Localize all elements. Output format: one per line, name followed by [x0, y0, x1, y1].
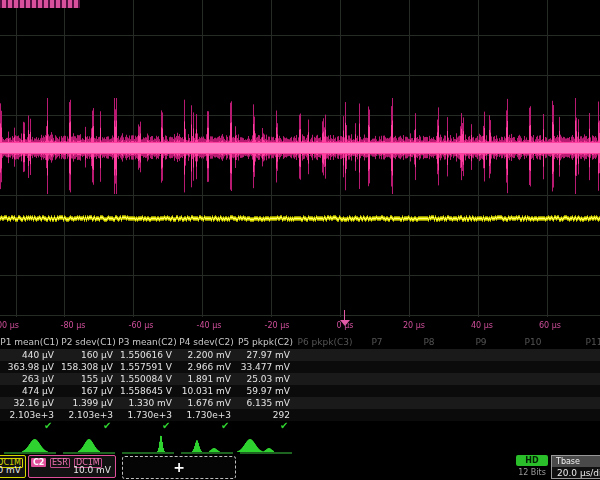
measure-header-inactive-p9[interactable]: P9 — [475, 336, 486, 349]
measure-header-inactive-p7[interactable]: P7 — [371, 336, 382, 349]
measure-value-cell: 363.98 µV — [0, 361, 54, 373]
hd-mode-badge[interactable]: HD — [516, 455, 548, 466]
c2-esr-badge: ESR — [50, 458, 70, 468]
measure-value-cell: 25.03 mV — [236, 373, 290, 385]
measure-value-cell: 1.550616 V — [118, 349, 172, 361]
measure-value-cell: 474 µV — [0, 385, 54, 397]
measure-value-cell: 33.477 mV — [236, 361, 290, 373]
graticule — [0, 0, 600, 317]
measure-value-cell: 6.135 mV — [236, 397, 290, 409]
measure-row: 2.103e+32.103e+31.730e+31.730e+3292 — [0, 409, 600, 421]
measure-value-cell: 1.676 mV — [177, 397, 231, 409]
measure-header-p5[interactable]: P5 pkpk(C2) — [236, 336, 295, 349]
measure-row: 363.98 µV158.308 µV1.557591 V2.966 mV33.… — [0, 361, 600, 373]
trigger-position-marker-stem — [344, 310, 345, 320]
time-axis-label: -40 µs — [197, 321, 222, 330]
measure-value-cell: 160 µV — [59, 349, 113, 361]
timebase-value: 20.0 µs/div — [557, 468, 600, 478]
time-axis: -100 µs-80 µs-60 µs-40 µs-20 µs0 µs20 µs… — [0, 317, 600, 336]
measure-row: 263 µV155 µV1.550084 V1.891 mV25.03 mV — [0, 373, 600, 385]
measure-header-inactive-p6[interactable]: P6 pkpk(C3) — [298, 336, 353, 349]
time-axis-label: -80 µs — [61, 321, 86, 330]
measure-value-cell: 1.550084 V — [118, 373, 172, 385]
time-axis-label: 60 µs — [539, 321, 561, 330]
time-axis-label: 20 µs — [403, 321, 425, 330]
measure-header-inactive-p8[interactable]: P8 — [423, 336, 434, 349]
c2-label-badge: C2 — [31, 458, 46, 467]
waveform-canvas — [0, 0, 600, 317]
time-axis-label: -60 µs — [129, 321, 154, 330]
measure-header-p1[interactable]: P1 mean(C1) — [0, 336, 59, 349]
histicon-strip — [0, 430, 600, 456]
measure-value-cell: 155 µV — [59, 373, 113, 385]
c1-vdiv-value: 0 mV — [0, 465, 21, 475]
measure-value-cell: 2.966 mV — [177, 361, 231, 373]
measure-value-cell: 2.200 mV — [177, 349, 231, 361]
measure-value-cell: 1.557591 V — [118, 361, 172, 373]
timebase-label: Tbase — [552, 456, 600, 467]
time-axis-label: 40 µs — [471, 321, 493, 330]
measure-value-cell: 1.330 mV — [118, 397, 172, 409]
measure-value-cell: 263 µV — [0, 373, 54, 385]
add-trace-button[interactable]: + — [122, 456, 236, 479]
measure-value-cell: 59.97 mV — [236, 385, 290, 397]
c2-vdiv-value: 10.0 mV — [73, 465, 111, 475]
measure-value-cell: 158.308 µV — [59, 361, 113, 373]
time-axis-label: -20 µs — [265, 321, 290, 330]
measure-value-cell: 27.97 mV — [236, 349, 290, 361]
channel-descriptor-c2[interactable]: C2 ESR DC1M 10.0 mV — [28, 455, 116, 478]
measure-header-inactive-p10[interactable]: P10 — [525, 336, 542, 349]
measure-header-p2[interactable]: P2 sdev(C1) — [59, 336, 118, 349]
hd-bits-label: 12 Bits — [512, 468, 552, 477]
measure-value-cell: 32.16 µV — [0, 397, 54, 409]
measure-row: 440 µV160 µV1.550616 V2.200 mV27.97 mV — [0, 349, 600, 361]
timebase-descriptor[interactable]: Tbase 20.0 µs/div — [551, 455, 600, 479]
channel-descriptor-c1[interactable]: DC1M 0 mV — [0, 455, 26, 478]
measure-value-cell: 10.031 mV — [177, 385, 231, 397]
plus-icon: + — [123, 459, 235, 475]
oscilloscope-screen: -100 µs-80 µs-60 µs-40 µs-20 µs0 µs20 µs… — [0, 0, 600, 480]
measure-value-cell: 440 µV — [0, 349, 54, 361]
measure-table: P1 mean(C1)P2 sdev(C1)P3 mean(C2)P4 sdev… — [0, 336, 600, 432]
measure-row: 474 µV167 µV1.558645 V10.031 mV59.97 mV — [0, 385, 600, 397]
measure-header-p4[interactable]: P4 sdev(C2) — [177, 336, 236, 349]
measure-row: 32.16 µV1.399 µV1.330 mV1.676 mV6.135 mV — [0, 397, 600, 409]
measure-header-p3[interactable]: P3 mean(C2) — [118, 336, 177, 349]
measure-value-cell: 1.399 µV — [59, 397, 113, 409]
measure-value-cell: 1.891 mV — [177, 373, 231, 385]
top-left-label[interactable] — [0, 0, 80, 8]
measure-value-cell: 1.558645 V — [118, 385, 172, 397]
measure-header-inactive-p11[interactable]: P11 — [586, 336, 600, 349]
measure-value-cell: 167 µV — [59, 385, 113, 397]
time-axis-label: -100 µs — [0, 321, 19, 330]
time-axis-label: 0 µs — [337, 321, 354, 330]
